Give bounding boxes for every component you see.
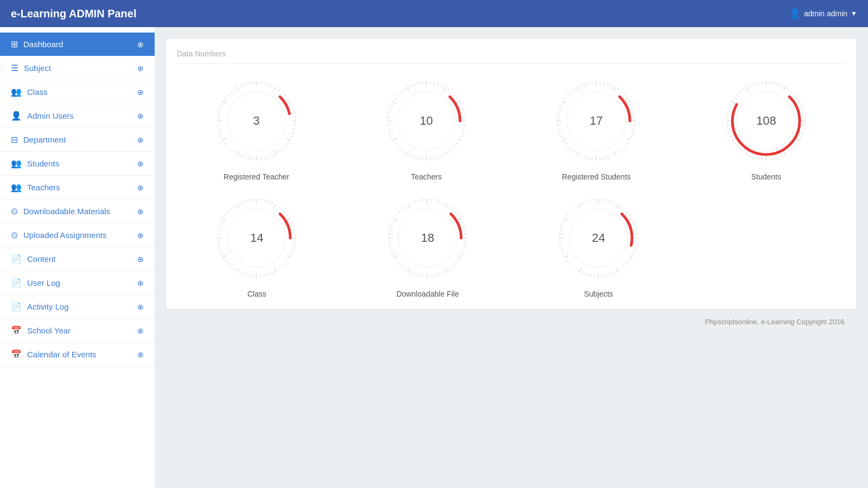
svg-line-201: [796, 101, 800, 104]
svg-line-121: [411, 85, 412, 88]
gauge-value-registered-teacher: 3: [253, 114, 260, 128]
svg-line-218: [777, 156, 778, 158]
svg-line-323: [449, 207, 451, 209]
svg-line-10: [283, 95, 285, 97]
svg-line-196: [783, 87, 786, 91]
svg-line-115: [393, 101, 397, 104]
svg-line-186: [588, 83, 589, 86]
svg-line-324: [452, 209, 454, 211]
svg-line-390: [629, 219, 633, 221]
svg-line-60: [248, 83, 249, 86]
svg-line-26: [278, 150, 279, 152]
content-icon: 📄: [11, 254, 22, 264]
svg-line-281: [268, 273, 269, 275]
svg-line-199: [793, 95, 795, 97]
svg-line-226: [746, 151, 749, 155]
svg-line-156: [604, 157, 604, 159]
svg-line-13: [290, 105, 292, 106]
svg-line-84: [459, 136, 462, 137]
svg-line-339: [455, 262, 457, 264]
svg-line-89: [448, 150, 449, 152]
svg-line-81: [463, 125, 465, 125]
gauge-wrapper-registered-teacher: 3: [210, 75, 303, 167]
svg-line-203: [801, 109, 803, 110]
svg-line-427: [560, 230, 563, 230]
svg-line-346: [431, 274, 432, 277]
svg-line-209: [801, 132, 803, 133]
svg-line-73: [454, 95, 456, 97]
svg-line-129: [600, 82, 601, 85]
svg-line-216: [783, 151, 786, 155]
gauge-wrapper-teachers: 10: [380, 75, 473, 167]
svg-line-52: [222, 101, 226, 104]
svg-line-337: [458, 255, 462, 258]
sidebar-item-calendar-of-events[interactable]: 📅 Calendar of Events ⊕: [0, 343, 155, 367]
svg-line-343: [443, 271, 444, 274]
gauge-registered-teacher: 3Registered Teacher: [177, 75, 336, 181]
gauge-downloadable-file: 18Downloadable File: [348, 192, 508, 298]
user-menu[interactable]: 👤 admin admin ▼: [789, 8, 857, 20]
svg-line-160: [588, 157, 589, 159]
svg-line-141: [632, 113, 635, 113]
svg-line-345: [435, 274, 436, 277]
svg-line-418: [570, 262, 572, 264]
svg-line-259: [274, 204, 276, 208]
sidebar-item-uploaded-assignments[interactable]: ⊙ Uploaded Assignments ⊕: [0, 223, 155, 247]
svg-line-133: [614, 87, 616, 91]
svg-line-187: [592, 82, 593, 85]
svg-line-217: [781, 154, 782, 157]
sidebar-item-school-year[interactable]: 📅 School Year ⊕: [0, 319, 155, 343]
sidebar-item-downloadable-materials[interactable]: ⊙ Downloadable Materials ⊕: [0, 200, 155, 223]
svg-line-334: [463, 246, 466, 246]
sidebar-item-class[interactable]: 👥 Class ⊕: [0, 80, 155, 104]
svg-line-291: [231, 265, 232, 267]
svg-line-264: [287, 219, 291, 221]
sidebar-label-calendar-of-events: Calendar of Events: [27, 350, 97, 359]
sidebar-item-admin-users[interactable]: 👤 Admin Users ⊕: [0, 104, 155, 128]
svg-line-322: [445, 204, 447, 208]
gauge-value-class: 14: [250, 231, 263, 245]
svg-line-225: [750, 154, 751, 157]
sidebar-item-department[interactable]: ⊟ Department ⊕: [0, 128, 155, 152]
svg-line-383: [610, 201, 611, 204]
svg-line-137: [626, 98, 628, 100]
svg-line-213: [793, 145, 795, 147]
svg-line-406: [614, 271, 615, 274]
svg-line-357: [394, 255, 398, 258]
gauge-label-registered-teacher: Registered Teacher: [224, 172, 289, 181]
sidebar-arrow-teachers: ⊕: [137, 183, 144, 192]
sidebar-item-content[interactable]: 📄 Content ⊕: [0, 247, 155, 271]
svg-line-319: [435, 200, 436, 203]
svg-line-210: [800, 136, 802, 137]
sidebar-item-students[interactable]: 👥 Students ⊕: [0, 152, 155, 176]
svg-line-393: [634, 230, 637, 230]
svg-line-94: [430, 157, 431, 160]
sidebar-item-subject[interactable]: ☰ Subject ⊕: [0, 56, 155, 80]
svg-line-240: [731, 105, 733, 106]
svg-line-277: [281, 265, 283, 267]
gauge-label-students: Students: [751, 172, 781, 181]
svg-line-360: [390, 246, 392, 246]
svg-line-249: [758, 83, 758, 86]
sidebar-item-teachers[interactable]: 👥 Teachers ⊕: [0, 176, 155, 200]
svg-line-413: [586, 273, 588, 275]
svg-line-402: [626, 262, 628, 264]
svg-line-423: [560, 246, 563, 246]
svg-line-384: [614, 202, 615, 205]
svg-line-394: [635, 234, 637, 234]
sidebar-arrow-activity-log: ⊕: [137, 303, 144, 311]
sidebar-item-dashboard[interactable]: ⊞ Dashboard ⊕: [0, 33, 155, 56]
svg-line-92: [438, 156, 439, 158]
gauge-subjects: 24Subjects: [519, 192, 679, 298]
svg-line-20: [291, 132, 293, 133]
svg-line-146: [631, 132, 634, 133]
svg-line-178: [563, 101, 566, 104]
svg-line-134: [618, 89, 620, 92]
svg-line-273: [290, 253, 293, 254]
svg-line-109: [387, 125, 390, 125]
sidebar-item-user-log[interactable]: 📄 User Log ⊕: [0, 271, 155, 295]
svg-line-318: [431, 199, 432, 202]
sidebar-item-activity-log[interactable]: 📄 Activity Log ⊕: [0, 295, 155, 319]
svg-line-157: [600, 157, 601, 160]
svg-line-350: [416, 273, 417, 275]
